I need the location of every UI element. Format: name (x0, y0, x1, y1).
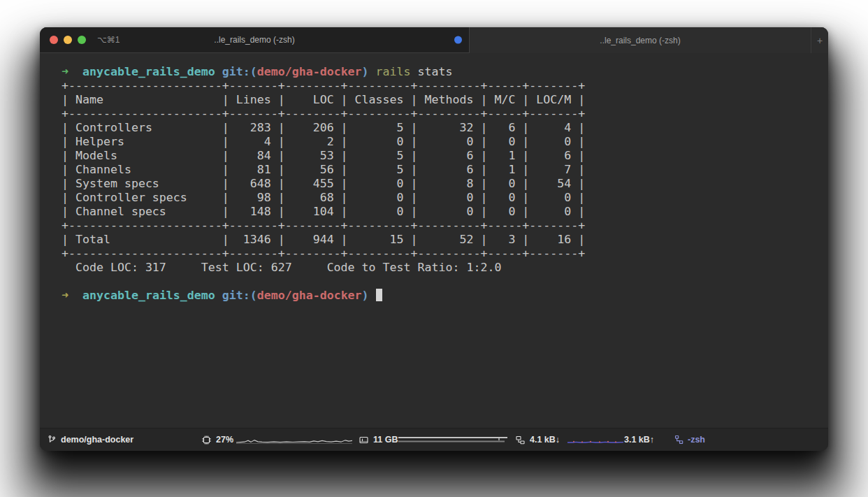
stats-table: +----------------------+-------+--------… (62, 79, 828, 261)
prompt-segment: demo/gha-docker (257, 65, 362, 78)
tab-title: ..le_rails_demo (-zsh) (40, 35, 469, 45)
memory-component: 11 GB (359, 428, 398, 451)
shell-label: -zsh (688, 435, 705, 445)
tab-bar: ⌥⌘1 ..le_rails_demo (-zsh) ..le_rails_de… (40, 27, 828, 53)
network-sparkline (567, 434, 623, 445)
new-tab-button[interactable]: + (811, 27, 828, 53)
prompt-segment: anycable_rails_demo (82, 65, 222, 78)
prompt-line-1: ➜ anycable_rails_demo git:(demo/gha-dock… (62, 65, 828, 79)
memory-icon (359, 435, 369, 445)
prompt-segment: git:( (222, 289, 257, 302)
terminal-content[interactable]: ➜ anycable_rails_demo git:(demo/gha-dock… (40, 53, 828, 428)
prompt-segment: ➜ (62, 289, 82, 302)
git-branch-label: demo/gha-docker (61, 435, 133, 445)
tab-title: ..le_rails_demo (-zsh) (470, 36, 811, 45)
network-up-component: 3.1 kB↑ (624, 428, 654, 451)
prompt-segment: rails (376, 65, 418, 78)
cpu-icon (201, 435, 212, 445)
network-down-component: 4.1 kB↓ (515, 428, 560, 451)
cpu-sparkline (236, 434, 352, 445)
memory-bar (398, 434, 507, 445)
tab-active[interactable]: ⌥⌘1 ..le_rails_demo (-zsh) (40, 27, 470, 53)
prompt-segment: git:( (222, 65, 257, 78)
prompt-segment: ) (362, 289, 376, 302)
memory-label: 11 GB (373, 435, 398, 445)
network-graph (567, 428, 623, 451)
git-branch-icon (47, 435, 57, 445)
prompt-segment: ) (362, 65, 376, 78)
jobs-icon (674, 435, 683, 445)
tab-inactive[interactable]: ..le_rails_demo (-zsh) (470, 27, 811, 53)
cpu-percent-label: 27% (216, 435, 233, 445)
tab-activity-indicator (454, 36, 462, 44)
status-bar: demo/gha-docker 27% (40, 428, 828, 451)
git-branch-component: demo/gha-docker (47, 428, 133, 451)
memory-gauge (398, 428, 507, 451)
cpu-graph (236, 428, 352, 451)
prompt-segment: stats (418, 65, 453, 78)
network-icon (515, 435, 526, 445)
terminal-cursor (376, 289, 382, 301)
terminal-window: ⌥⌘1 ..le_rails_demo (-zsh) ..le_rails_de… (40, 27, 828, 451)
prompt-segment: ➜ (62, 65, 82, 78)
prompt-segment: anycable_rails_demo (82, 289, 222, 302)
prompt-segment: demo/gha-docker (257, 289, 362, 302)
shell-component: -zsh (674, 428, 705, 451)
network-up-label: 3.1 kB↑ (624, 435, 654, 445)
summary-line: Code LOC: 317 Test LOC: 627 Code to Test… (62, 261, 828, 275)
prompt-line-2: ➜ anycable_rails_demo git:(demo/gha-dock… (62, 289, 828, 303)
cpu-component: 27% (201, 428, 233, 451)
network-down-label: 4.1 kB↓ (530, 435, 560, 445)
blank-line (62, 275, 828, 289)
plus-icon: + (817, 35, 823, 46)
